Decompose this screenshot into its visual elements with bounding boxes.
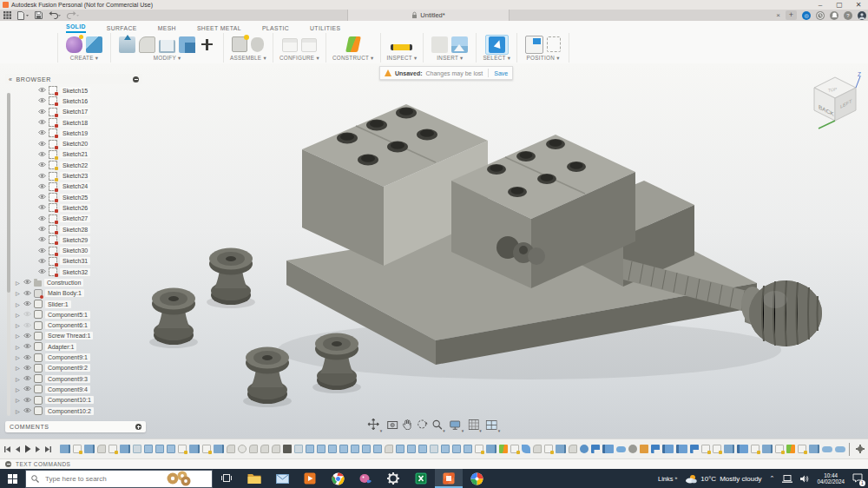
maximize-button[interactable]: ▢: [830, 0, 849, 10]
timeline-feature-pipe[interactable]: [522, 445, 530, 453]
timeline-feature-pin[interactable]: [640, 445, 648, 453]
viewport-canvas[interactable]: « BROWSER Sketch15Sketch16Sketch17Sketch…: [0, 63, 868, 439]
browser-item[interactable]: ▷Screw Thread:1: [16, 331, 151, 341]
configure-table-icon[interactable]: [282, 38, 298, 52]
browser-item[interactable]: Sketch24: [38, 181, 151, 192]
shell-icon[interactable]: [159, 40, 175, 53]
timeline-feature-copy[interactable]: [155, 445, 164, 453]
expand-arrow-icon[interactable]: ▷: [16, 280, 21, 286]
visibility-eye-icon[interactable]: [38, 215, 46, 222]
browser-scrollbar[interactable]: [7, 93, 10, 416]
timeline-feature-pattern[interactable]: [238, 445, 247, 453]
expand-arrow-icon[interactable]: ▷: [16, 312, 21, 318]
close-tab-icon[interactable]: ×: [776, 11, 780, 19]
file-menu-icon[interactable]: [17, 11, 29, 20]
search-highlight-doodle[interactable]: [164, 471, 194, 486]
taskbar-app-file-explorer[interactable]: [240, 469, 268, 488]
timeline-feature-copy[interactable]: [144, 445, 153, 453]
browser-item[interactable]: Sketch32: [38, 267, 151, 277]
timeline-feature-construct[interactable]: [786, 445, 795, 453]
browser-item[interactable]: Sketch25: [38, 192, 151, 202]
volume-icon[interactable]: [800, 475, 809, 483]
timeline-feature-shell[interactable]: [294, 445, 303, 453]
timeline-feature-link[interactable]: [616, 446, 626, 452]
visibility-eye-icon[interactable]: [23, 386, 31, 392]
timeline-feature-sketch[interactable]: [510, 445, 519, 453]
visibility-eye-icon[interactable]: [38, 162, 46, 168]
start-button[interactable]: [0, 469, 25, 488]
view-cube[interactable]: BACK LEFT TOP Z: [807, 70, 865, 133]
timeline-feature-body[interactable]: [556, 445, 566, 453]
action-center-button[interactable]: 1: [852, 473, 863, 485]
extensions-icon[interactable]: ◎: [802, 11, 811, 20]
minimize-button[interactable]: –: [811, 0, 830, 10]
text-commands-bar[interactable]: TEXT COMMANDS: [0, 458, 868, 469]
timeline-feature-jointorg[interactable]: [580, 445, 589, 453]
taskbar-app-fusion[interactable]: [435, 469, 463, 488]
save-icon[interactable]: [35, 11, 43, 19]
taskbar-app-paint-3d[interactable]: [352, 469, 379, 488]
visibility-eye-icon[interactable]: [23, 365, 31, 372]
visibility-eye-icon[interactable]: [23, 375, 31, 382]
taskbar-app-mail[interactable]: [268, 469, 296, 488]
timeline-feature-copy[interactable]: [306, 445, 314, 453]
timeline-feature-joint[interactable]: [737, 445, 748, 453]
taskbar-clock[interactable]: 10:44 04/02/2024: [817, 472, 845, 485]
capture-position-icon[interactable]: [525, 36, 543, 54]
visibility-eye-icon[interactable]: [23, 333, 31, 340]
visibility-eye-icon[interactable]: [23, 279, 31, 286]
play-button[interactable]: [24, 441, 31, 457]
timeline-feature-joint[interactable]: [676, 445, 687, 453]
collapse-panel-icon[interactable]: «: [9, 76, 13, 82]
pan-icon[interactable]: [402, 418, 411, 433]
browser-item[interactable]: Sketch15: [38, 85, 151, 96]
group-create[interactable]: CREATE ▾: [57, 33, 111, 63]
dropdown-caret-icon[interactable]: ▾: [462, 428, 464, 433]
timeline-feature-fillet[interactable]: [533, 445, 542, 453]
browser-header[interactable]: « BROWSER: [5, 74, 142, 84]
timeline-feature-flag[interactable]: [690, 445, 699, 453]
browser-item[interactable]: ▷Component10:2: [16, 406, 151, 416]
browser-item[interactable]: Sketch22: [38, 160, 151, 170]
timeline-feature-copy[interactable]: [407, 445, 416, 453]
browser-item[interactable]: Sketch31: [38, 256, 151, 267]
timeline-feature-fillet[interactable]: [569, 445, 577, 453]
timeline-feature-sketch[interactable]: [178, 445, 187, 453]
revert-position-icon[interactable]: [547, 36, 561, 52]
browser-item[interactable]: Sketch20: [38, 138, 151, 148]
dropdown-caret-icon[interactable]: ▾: [498, 428, 501, 433]
timeline-feature-copy[interactable]: [339, 445, 348, 453]
group-assemble[interactable]: ASSEMBLE ▾: [224, 33, 273, 63]
visibility-eye-icon[interactable]: [38, 194, 46, 201]
visibility-eye-icon[interactable]: [38, 129, 46, 136]
select-tool-icon[interactable]: [489, 36, 505, 53]
ribbon-tab-utilities[interactable]: UTILITIES: [310, 25, 340, 33]
create-form-icon[interactable]: [66, 36, 82, 53]
browser-item[interactable]: Sketch21: [38, 149, 151, 160]
press-pull-icon[interactable]: [119, 36, 135, 53]
expand-arrow-icon[interactable]: ▷: [16, 344, 21, 350]
text-commands-icon[interactable]: [5, 461, 11, 467]
timeline-feature-capsule[interactable]: [835, 446, 845, 452]
visibility-eye-icon[interactable]: [38, 236, 46, 243]
visibility-eye-icon[interactable]: [23, 397, 31, 404]
timeline-feature-fillet[interactable]: [260, 445, 269, 453]
visibility-eye-icon[interactable]: [38, 141, 46, 148]
timeline-feature-sketch[interactable]: [108, 445, 117, 453]
browser-item[interactable]: ▷Component9:1: [16, 352, 151, 362]
timeline-feature-copy[interactable]: [452, 445, 461, 453]
visibility-eye-icon[interactable]: [38, 226, 46, 233]
timeline-feature-body[interactable]: [60, 445, 70, 453]
timeline-position-marker[interactable]: [849, 443, 850, 456]
browser-scrollbar-thumb[interactable]: [7, 93, 10, 293]
timeline-feature-fillet[interactable]: [97, 445, 106, 453]
browser-item[interactable]: Sketch17: [38, 107, 151, 117]
document-tab[interactable]: Untitled*: [347, 10, 510, 21]
browser-item[interactable]: Sketch29: [38, 234, 151, 245]
visibility-eye-icon[interactable]: [38, 268, 46, 275]
visibility-eye-icon[interactable]: [23, 322, 31, 329]
timeline-feature-copy[interactable]: [373, 445, 382, 453]
joint-icon[interactable]: [251, 37, 264, 52]
expand-arrow-icon[interactable]: ▷: [16, 333, 21, 339]
undo-icon[interactable]: [49, 11, 61, 19]
